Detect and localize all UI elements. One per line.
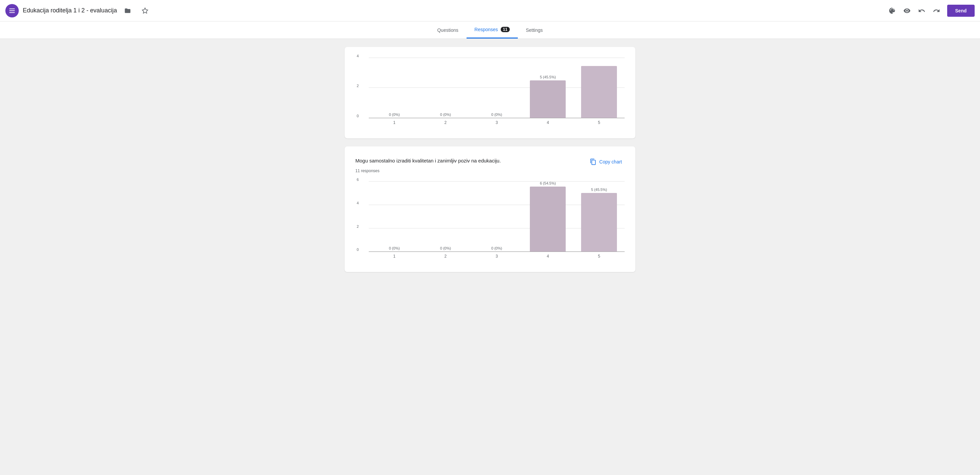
chart-card-1: 4 2 0 0 (0%) 0 (0%) [345, 47, 635, 138]
bar-group-5 [573, 57, 625, 118]
bar2-group-2: 0 (0%) [420, 181, 471, 252]
bar-group-1: 0 (0%) [369, 57, 420, 118]
star-button[interactable] [138, 4, 152, 18]
bar2-group-3: 0 (0%) [471, 181, 522, 252]
bar2-group-1: 0 (0%) [369, 181, 420, 252]
bar-group-2: 0 (0%) [420, 57, 471, 118]
bar2-4 [530, 186, 566, 252]
bar2-group-4: 6 (54.5%) [522, 181, 573, 252]
topbar-left: Edukacija roditelja 1 i 2 - evaluacija [5, 4, 886, 18]
menu-icon [8, 7, 16, 14]
navigation-tabs: Questions Responses 11 Settings [0, 21, 980, 39]
copy-chart-button[interactable]: Copy chart [587, 157, 625, 166]
bar2-5 [581, 193, 617, 252]
chart-2-header: Mogu samostalno izraditi kvalitetan i za… [355, 157, 625, 166]
chart-2-question: Mogu samostalno izraditi kvalitetan i za… [355, 157, 501, 165]
chart-1-wrapper: 4 2 0 0 (0%) 0 (0%) [355, 57, 625, 125]
folder-icon [124, 7, 131, 14]
star-icon [142, 7, 148, 14]
tab-responses[interactable]: Responses 11 [466, 21, 518, 38]
chart-card-2: Mogu samostalno izraditi kvalitetan i za… [345, 147, 635, 272]
chart-1-bars: 0 (0%) 0 (0%) 0 (0%) 5 (45 [369, 57, 625, 118]
bar2-group-5: 5 (45.5%) [573, 181, 625, 252]
redo-button[interactable] [930, 4, 943, 18]
preview-button[interactable] [900, 4, 914, 18]
topbar: Edukacija roditelja 1 i 2 - evaluacija [0, 0, 980, 21]
bar-group-3: 0 (0%) [471, 57, 522, 118]
folder-button[interactable] [121, 4, 134, 18]
chart-2-bars: 0 (0%) 0 (0%) 0 (0%) 6 (54 [369, 181, 625, 252]
bar-group-4: 5 (45.5%) [522, 57, 573, 118]
tab-settings[interactable]: Settings [518, 21, 551, 38]
topbar-right: Send [886, 4, 975, 18]
menu-icon-button[interactable] [5, 4, 19, 18]
palette-icon [889, 7, 896, 14]
eye-icon [903, 7, 911, 14]
document-title: Edukacija roditelja 1 i 2 - evaluacija [23, 7, 117, 14]
chart-1-area: 4 2 0 0 (0%) 0 (0%) [369, 57, 625, 118]
main-content: 4 2 0 0 (0%) 0 (0%) [339, 39, 641, 280]
svg-rect-2 [10, 12, 15, 13]
chart-2-x-axis: 1 2 3 4 5 [369, 252, 625, 258]
undo-button[interactable] [915, 4, 928, 18]
chart-2-responses: 11 responses [355, 169, 625, 173]
send-button[interactable]: Send [947, 5, 975, 17]
undo-icon [918, 7, 925, 14]
svg-marker-3 [142, 8, 148, 13]
svg-rect-1 [10, 10, 15, 11]
svg-rect-0 [10, 8, 15, 9]
responses-badge: 11 [501, 27, 510, 32]
palette-button[interactable] [886, 4, 899, 18]
redo-icon [933, 7, 940, 14]
bar-5 [581, 66, 617, 118]
chart-2-area: 6 4 2 0 0 (0%) [369, 181, 625, 252]
bar-4 [530, 80, 566, 118]
tab-questions[interactable]: Questions [429, 21, 466, 38]
copy-icon [590, 158, 597, 165]
chart-1-x-axis: 1 2 3 4 5 [369, 118, 625, 125]
chart-2-wrapper: 6 4 2 0 0 (0%) [355, 181, 625, 258]
